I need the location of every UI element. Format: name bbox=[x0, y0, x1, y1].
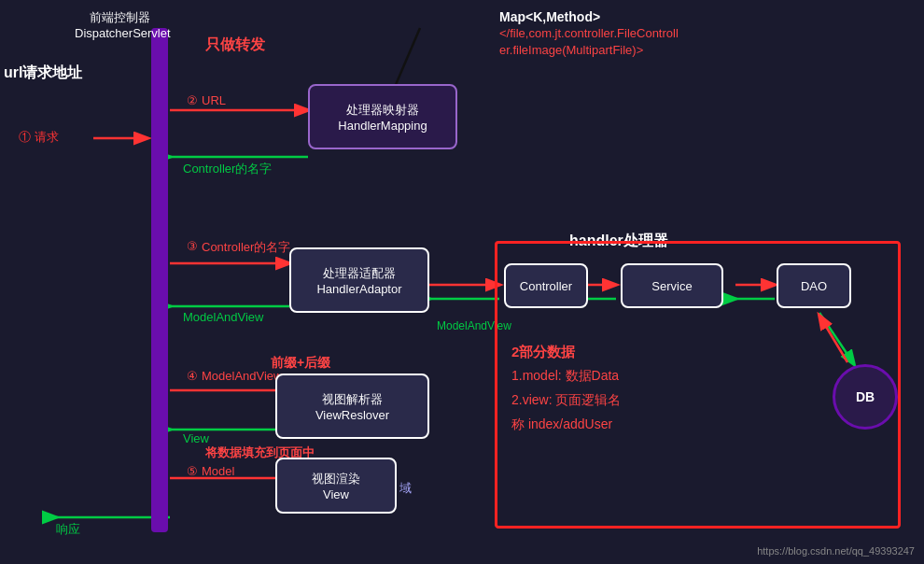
step4-num: ④ bbox=[187, 369, 198, 383]
view-renderer-box: 视图渲染 View bbox=[275, 458, 397, 514]
handler-adaptor-line2: HandlerAdaptor bbox=[316, 282, 401, 296]
domain-text: 域 bbox=[399, 480, 412, 497]
file-controller2: er.fileImage(MultipartFile)> bbox=[499, 43, 643, 57]
model-text: Model bbox=[202, 464, 234, 478]
step3-num: ③ bbox=[187, 239, 198, 253]
request-num: ① 请求 bbox=[19, 129, 59, 146]
top-title2: DispatcherServlet bbox=[75, 26, 171, 40]
db-label: DB bbox=[856, 389, 875, 404]
url-num: ② bbox=[187, 93, 198, 107]
view-text: View bbox=[183, 431, 209, 445]
step5-num: ⑤ bbox=[187, 464, 198, 478]
handler-adaptor-box: 处理器适配器 HandlerAdaptor bbox=[289, 247, 429, 313]
dao-box: DAO bbox=[777, 263, 851, 308]
data-line1: 1.model: 数据Data bbox=[511, 368, 619, 385]
view-renderer-line1: 视图渲染 bbox=[312, 471, 360, 487]
data-line3: 称 index/addUser bbox=[511, 416, 612, 433]
view-resolver-box: 视图解析器 ViewReslover bbox=[275, 374, 429, 439]
only-forward: 只做转发 bbox=[205, 35, 265, 55]
handler-adaptor-line1: 处理器适配器 bbox=[323, 265, 396, 282]
url-text: URL bbox=[202, 93, 226, 107]
handler-mapping-line2: HandlerMapping bbox=[338, 119, 427, 133]
response-text: 响应 bbox=[56, 521, 80, 538]
model-and-view1: ModelAndView bbox=[183, 310, 263, 324]
controller-name1: Controller的名字 bbox=[183, 161, 272, 177]
top-title1: 前端控制器 bbox=[90, 9, 150, 26]
view-resolver-line1: 视图解析器 bbox=[322, 391, 383, 408]
file-controller1: </file,com.jt.controller.FileControll bbox=[499, 26, 679, 40]
handler-mapping-line1: 处理器映射器 bbox=[346, 102, 419, 119]
watermark: https://blog.csdn.net/qq_49393247 bbox=[757, 545, 915, 557]
dao-label: DAO bbox=[801, 279, 827, 293]
data-line2: 2.view: 页面逻辑名 bbox=[511, 392, 621, 409]
handler-mapping-box: 处理器映射器 HandlerMapping bbox=[308, 84, 457, 149]
view-renderer-line2: View bbox=[323, 487, 349, 501]
service-box: Service bbox=[621, 263, 723, 308]
diagram-container: 前端控制器 DispatcherServlet 只做转发 url请求地址 ① 请… bbox=[0, 0, 924, 564]
controller-box: Controller bbox=[504, 263, 588, 308]
url-label: url请求地址 bbox=[4, 63, 82, 83]
map-label: Map<K,Method> bbox=[499, 9, 600, 24]
controller-label: Controller bbox=[520, 279, 572, 293]
data-section-title: 2部分数据 bbox=[511, 344, 575, 361]
view-resolver-line2: ViewReslover bbox=[315, 408, 389, 422]
vertical-bar bbox=[151, 28, 168, 532]
controller-name2: Controller的名字 bbox=[202, 239, 290, 256]
service-label: Service bbox=[651, 279, 692, 293]
prefix-suffix: 前缀+后缀 bbox=[271, 355, 330, 372]
db-circle: DB bbox=[833, 364, 898, 430]
